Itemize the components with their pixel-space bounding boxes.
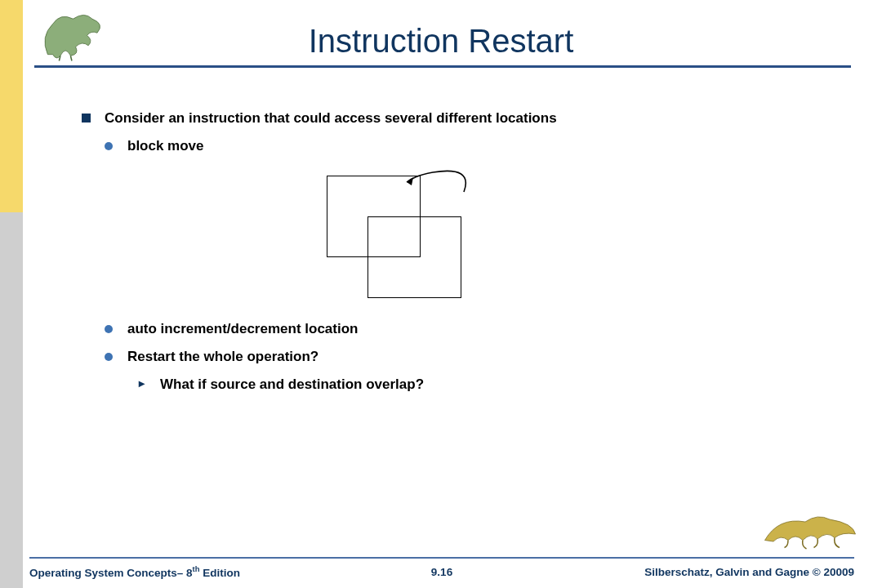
footer-rule (29, 557, 854, 559)
bullet-level3: What if source and destination overlap? (139, 376, 817, 393)
bullet-level2: block move (105, 138, 817, 154)
slide-title: Instruction Restart (0, 23, 882, 60)
sidebar (0, 0, 23, 588)
sidebar-gray (0, 212, 23, 588)
bullet-level1: Consider an instruction that could acces… (82, 110, 817, 127)
slide: Instruction Restart Consider an instruct… (0, 0, 882, 588)
footer-right: Silberschatz, Galvin and Gagne © 20009 (644, 566, 854, 578)
block-move-diagram (327, 176, 490, 314)
diagram-box-dest (368, 216, 461, 298)
title-rule (34, 65, 851, 68)
bullet-level2: auto increment/decrement location (105, 321, 817, 337)
dinosaur-bottom-icon (761, 505, 859, 554)
bullet-level2: Restart the whole operation? (105, 349, 817, 365)
diagram-arrow (400, 161, 482, 194)
